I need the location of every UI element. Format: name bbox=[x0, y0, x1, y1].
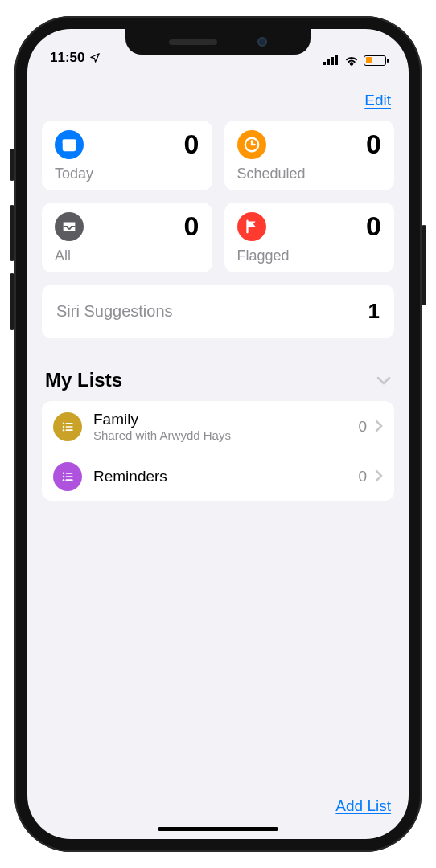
today-count: 0 bbox=[184, 130, 199, 158]
svg-rect-19 bbox=[66, 476, 73, 477]
all-tile[interactable]: 0 All bbox=[42, 203, 212, 272]
cellular-icon bbox=[323, 55, 339, 66]
siri-count: 1 bbox=[368, 299, 380, 324]
all-count: 0 bbox=[184, 212, 199, 240]
svg-point-18 bbox=[63, 476, 65, 478]
flag-icon bbox=[237, 212, 266, 241]
list-name: Reminders bbox=[93, 468, 347, 485]
svg-point-20 bbox=[63, 479, 65, 481]
nav-header: Edit bbox=[27, 68, 409, 121]
home-indicator[interactable] bbox=[158, 827, 278, 831]
screen: 11:50 Edit bbox=[27, 29, 409, 839]
clock-icon bbox=[237, 130, 266, 159]
svg-point-12 bbox=[63, 425, 65, 428]
list-item-family[interactable]: Family Shared with Arwydd Hays 0 bbox=[42, 401, 394, 452]
battery-icon bbox=[364, 55, 386, 66]
inbox-icon bbox=[55, 212, 84, 241]
notch bbox=[125, 29, 311, 55]
list-icon bbox=[53, 462, 82, 491]
scheduled-tile[interactable]: 0 Scheduled bbox=[224, 121, 395, 190]
my-lists: Family Shared with Arwydd Hays 0 Reminde… bbox=[42, 401, 394, 501]
today-label: Today bbox=[55, 166, 199, 182]
side-button bbox=[10, 273, 14, 330]
svg-rect-5 bbox=[63, 140, 76, 144]
svg-point-10 bbox=[63, 422, 65, 424]
siri-label: Siri Suggestions bbox=[56, 302, 173, 321]
wifi-icon bbox=[344, 55, 359, 66]
all-label: All bbox=[55, 248, 199, 264]
svg-point-14 bbox=[63, 428, 65, 431]
add-list-button[interactable]: Add List bbox=[335, 797, 391, 815]
scheduled-count: 0 bbox=[366, 130, 381, 158]
side-button bbox=[10, 149, 14, 181]
svg-point-16 bbox=[63, 473, 65, 475]
location-icon bbox=[89, 52, 101, 63]
svg-rect-21 bbox=[66, 479, 73, 481]
my-lists-title: My Lists bbox=[45, 369, 122, 391]
flagged-count: 0 bbox=[366, 212, 381, 240]
edit-button[interactable]: Edit bbox=[364, 92, 391, 109]
side-button bbox=[10, 205, 14, 261]
scheduled-label: Scheduled bbox=[237, 166, 382, 182]
svg-rect-2 bbox=[331, 57, 334, 65]
svg-rect-17 bbox=[66, 473, 73, 474]
flagged-label: Flagged bbox=[237, 248, 382, 264]
my-lists-header[interactable]: My Lists bbox=[27, 338, 409, 401]
list-count: 0 bbox=[358, 468, 367, 485]
list-count: 0 bbox=[358, 418, 367, 436]
chevron-down-icon bbox=[376, 371, 391, 390]
chevron-right-icon bbox=[375, 416, 383, 437]
status-time: 11:50 bbox=[50, 50, 84, 66]
chevron-right-icon bbox=[375, 466, 383, 487]
calendar-icon bbox=[55, 130, 84, 159]
siri-suggestions-row[interactable]: Siri Suggestions 1 bbox=[42, 285, 394, 338]
flagged-tile[interactable]: 0 Flagged bbox=[224, 203, 395, 272]
list-icon bbox=[53, 412, 82, 441]
svg-rect-0 bbox=[323, 62, 326, 65]
list-subtitle: Shared with Arwydd Hays bbox=[93, 428, 347, 442]
svg-rect-15 bbox=[66, 429, 73, 431]
list-name: Family bbox=[93, 411, 347, 428]
svg-rect-1 bbox=[327, 59, 330, 65]
svg-rect-8 bbox=[64, 143, 76, 150]
list-item-reminders[interactable]: Reminders 0 bbox=[42, 452, 394, 501]
svg-rect-11 bbox=[66, 423, 73, 424]
phone-frame: 11:50 Edit bbox=[14, 16, 422, 852]
svg-rect-3 bbox=[335, 55, 338, 65]
svg-rect-13 bbox=[66, 426, 73, 428]
summary-tiles: 0 Today 0 Scheduled 0 bbox=[27, 121, 409, 272]
side-button bbox=[422, 225, 426, 305]
today-tile[interactable]: 0 Today bbox=[42, 121, 212, 190]
